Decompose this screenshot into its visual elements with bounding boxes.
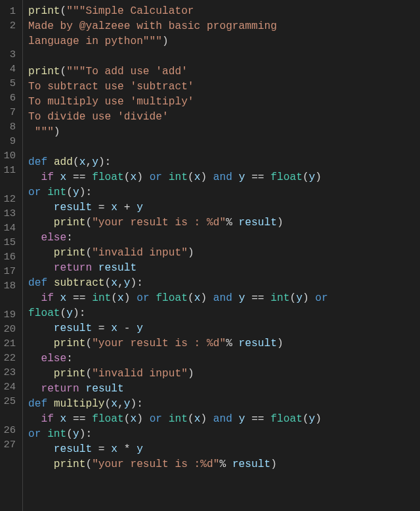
token-pun: ): <box>79 187 92 198</box>
code-line[interactable]: result = x * y <box>28 442 420 457</box>
token-pun: ( <box>85 458 92 470</box>
token-def: or <box>150 171 162 183</box>
token-pun: ) <box>162 35 169 47</box>
token-id: x <box>79 156 86 168</box>
token-op <box>28 383 41 395</box>
code-line[interactable]: or int(y): <box>28 185 420 200</box>
code-line[interactable]: Made by @yalzeee with basic programming <box>28 19 420 34</box>
token-id: y <box>130 202 142 213</box>
token-op <box>28 338 54 349</box>
token-kw: else <box>41 232 66 244</box>
code-line[interactable]: result = x + y <box>28 200 420 215</box>
code-line[interactable]: or int(y): <box>28 427 420 442</box>
code-line[interactable]: if x == float(x) or int(x) and y == floa… <box>28 170 420 185</box>
line-number: 8 <box>3 120 16 134</box>
code-line[interactable] <box>28 49 420 64</box>
token-id: x <box>194 292 201 304</box>
code-line[interactable]: print("your result is : %d"% result) <box>28 215 420 231</box>
token-id: y <box>309 171 316 183</box>
token-op: == <box>251 413 264 425</box>
token-str: To multiply use 'multiply' <box>28 96 194 108</box>
token-id: x <box>194 171 201 183</box>
token-pun: ( <box>66 428 73 440</box>
code-line[interactable]: if x == int(x) or float(x) and y == int(… <box>28 291 420 306</box>
code-line[interactable]: To multiply use 'multiply' <box>28 95 420 110</box>
token-pun: ( <box>105 277 112 289</box>
line-number: 22 <box>3 351 16 365</box>
line-number-gutter: 12 34567891011 12131415161718 1920212223… <box>0 0 22 511</box>
token-id: x <box>54 292 73 304</box>
token-pun: ( <box>85 217 92 229</box>
code-line[interactable]: language in python""") <box>28 34 420 49</box>
code-line[interactable]: float(y): <box>28 306 420 321</box>
line-number: 2 <box>3 18 16 33</box>
line-number <box>3 409 16 423</box>
code-line[interactable]: def add(x,y): <box>28 155 420 170</box>
token-id: x <box>111 277 117 289</box>
token-pun: , <box>117 398 124 410</box>
token-op <box>162 171 169 183</box>
token-pun: ) <box>315 171 327 183</box>
code-area[interactable]: print("""Simple CalculatorMade by @yalze… <box>22 0 420 511</box>
token-pun: ) <box>303 292 315 304</box>
token-def: or <box>136 292 149 304</box>
code-line[interactable]: print("invalid input") <box>28 246 420 261</box>
code-line[interactable]: else: <box>28 231 420 246</box>
token-op <box>150 292 156 304</box>
code-line[interactable]: else: <box>28 351 420 367</box>
token-pun: ) <box>54 126 60 138</box>
code-line[interactable]: print("your result is :%d"% result) <box>28 457 420 472</box>
token-type: int <box>270 292 289 304</box>
code-line[interactable]: print("""To add use 'add' <box>28 64 420 79</box>
token-op: = <box>98 322 105 334</box>
code-line[interactable]: """) <box>28 125 420 140</box>
line-number: 15 <box>3 235 16 250</box>
code-line[interactable]: return result <box>28 261 420 276</box>
line-number: 7 <box>3 105 16 120</box>
line-number: 6 <box>3 91 16 105</box>
line-number: 9 <box>3 134 16 148</box>
token-type: int <box>47 187 66 198</box>
token-id: y <box>124 277 131 289</box>
token-id: result <box>232 217 277 229</box>
code-editor[interactable]: 12 34567891011 12131415161718 1920212223… <box>0 0 420 511</box>
code-line[interactable]: if x == float(x) or int(x) and y == floa… <box>28 412 420 427</box>
token-pun: ( <box>85 338 92 349</box>
token-pun: ( <box>188 171 194 183</box>
token-fn: add <box>54 156 73 168</box>
line-number <box>3 33 16 47</box>
token-str: To divide use 'divide' <box>28 111 169 123</box>
code-line[interactable]: result = x - y <box>28 321 420 336</box>
token-id: y <box>130 322 142 334</box>
token-pun: ) <box>200 171 213 183</box>
line-number: 27 <box>3 437 16 452</box>
token-op: = <box>98 443 105 455</box>
code-line[interactable]: def multiply(x,y): <box>28 397 420 412</box>
line-number: 11 <box>3 163 16 177</box>
code-line[interactable]: def subtract(x,y): <box>28 276 420 291</box>
token-op: == <box>73 171 85 183</box>
code-line[interactable]: print("invalid input") <box>28 367 420 382</box>
token-pun: ( <box>73 156 79 168</box>
token-fn: print <box>54 247 86 259</box>
code-line[interactable] <box>28 140 420 155</box>
token-pun: ( <box>188 413 194 425</box>
token-def: def <box>28 277 47 289</box>
line-number: 26 <box>3 423 16 437</box>
token-type: float <box>92 171 124 183</box>
code-line[interactable]: print("your result is : %d"% result) <box>28 336 420 351</box>
token-op <box>28 247 54 259</box>
token-str: """To add use 'add' <box>66 66 188 78</box>
line-number <box>3 293 16 307</box>
token-str: """Simple Calculator <box>66 5 194 17</box>
token-str: To subtract use 'subtract' <box>28 81 194 93</box>
token-pun: ( <box>303 171 309 183</box>
code-line[interactable]: To subtract use 'subtract' <box>28 79 420 95</box>
token-id: result <box>28 202 98 213</box>
code-line[interactable]: print("""Simple Calculator <box>28 4 420 19</box>
token-id: x <box>130 171 136 183</box>
code-line[interactable]: return result <box>28 382 420 397</box>
token-type: float <box>270 171 303 183</box>
token-kw: if <box>41 171 53 183</box>
code-line[interactable]: To divide use 'divide' <box>28 110 420 125</box>
